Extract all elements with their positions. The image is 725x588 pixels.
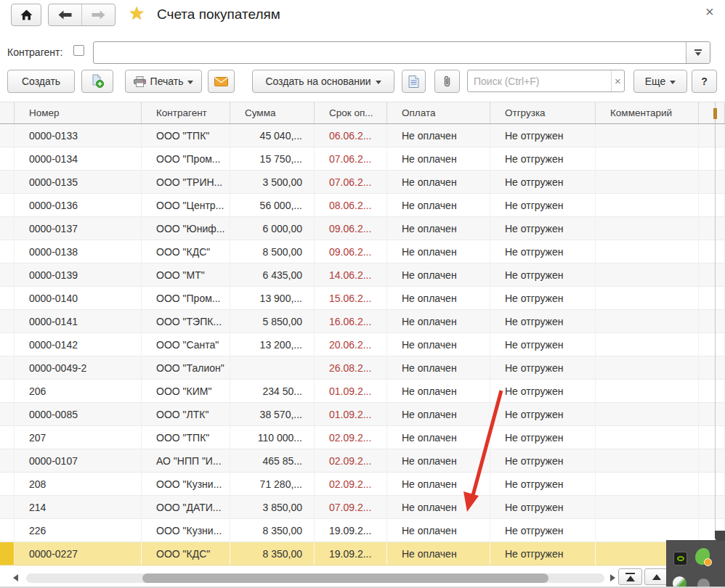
cell-counterparty[interactable]: ООО "Пром... [142, 147, 230, 171]
cell-due[interactable]: 14.06.2... [315, 264, 387, 287]
cell-due[interactable]: 01.09.2... [315, 403, 387, 426]
cell-comment[interactable] [596, 147, 699, 171]
cell-number[interactable]: 214 [15, 496, 142, 519]
cell-comment[interactable] [596, 496, 699, 519]
cell-shipment[interactable]: Не отгружен [490, 380, 596, 403]
row-marker-cell[interactable] [0, 403, 15, 426]
cell-shipment[interactable]: Не отгружен [490, 473, 596, 496]
cell-number[interactable]: 0000-0136 [15, 194, 142, 217]
cell-payment[interactable]: Не оплачен [387, 287, 490, 310]
cell-comment[interactable] [596, 356, 699, 380]
cell-due[interactable]: 01.09.2... [315, 380, 387, 403]
close-icon[interactable]: × [705, 4, 714, 20]
cell-comment[interactable] [596, 240, 699, 264]
table-row[interactable]: 0000-0107АО "НПП "И...465 85...02.09.2..… [0, 449, 725, 473]
cell-counterparty[interactable]: ООО "ТПК" [142, 426, 230, 449]
cell-due[interactable]: 06.06.2... [315, 124, 387, 147]
cell-payment[interactable]: Не оплачен [387, 542, 490, 565]
create-button[interactable]: Создать [7, 70, 75, 93]
table-row[interactable]: 207ООО "ТПК"110 000...02.09.2...Не оплач… [0, 426, 725, 449]
cell-counterparty[interactable]: ООО "КДС" [142, 542, 230, 565]
table-row[interactable]: 0000-0137ООО "Юниф...6 000,0009.06.2...Н… [0, 217, 725, 240]
cell-amount[interactable]: 3 500,00 [230, 171, 315, 194]
cell-amount[interactable] [230, 356, 315, 380]
column-header-number[interactable]: Номер [15, 102, 142, 123]
cell-due[interactable]: 02.09.2... [315, 426, 387, 449]
cell-counterparty[interactable]: ООО "ТПК" [142, 124, 230, 147]
cell-counterparty[interactable]: ООО "КИМ" [142, 380, 230, 403]
cell-shipment[interactable]: Не отгружен [490, 240, 596, 264]
cell-shipment[interactable]: Не отгружен [490, 426, 596, 449]
row-marker-cell[interactable] [0, 449, 15, 473]
cell-payment[interactable]: Не оплачен [387, 519, 490, 542]
cell-shipment[interactable]: Не отгружен [490, 333, 596, 356]
cell-amount[interactable]: 3 850,00 [230, 496, 315, 519]
cell-due[interactable]: 02.09.2... [315, 473, 387, 496]
cell-number[interactable]: 0000-0139 [15, 264, 142, 287]
table-row[interactable]: 0000-0133ООО "ТПК"45 040,...06.06.2...Не… [0, 124, 725, 147]
print-button[interactable]: Печать [125, 70, 202, 93]
cell-shipment[interactable]: Не отгружен [490, 287, 596, 310]
cell-due[interactable]: 19.09.2... [315, 519, 387, 542]
home-button[interactable] [11, 4, 41, 26]
cell-shipment[interactable]: Не отгружен [490, 194, 596, 217]
search-clear-icon[interactable]: × [611, 70, 624, 91]
row-marker-cell[interactable] [0, 217, 15, 240]
cell-payment[interactable]: Не оплачен [387, 473, 490, 496]
row-marker-cell[interactable] [0, 519, 15, 542]
column-header-amount[interactable]: Сумма [230, 102, 315, 123]
cell-due[interactable]: 09.06.2... [315, 240, 387, 264]
more-button[interactable]: Еще [633, 70, 687, 93]
cell-amount[interactable]: 6 000,00 [230, 217, 315, 240]
cell-payment[interactable]: Не оплачен [387, 426, 490, 449]
counterparty-input[interactable] [94, 42, 686, 63]
cell-number[interactable]: 208 [15, 473, 142, 496]
cell-counterparty[interactable]: ООО "Талион" [142, 356, 230, 380]
cell-number[interactable]: 226 [15, 519, 142, 542]
row-marker-cell[interactable] [0, 380, 15, 403]
table-row[interactable]: 0000-0135ООО "ТРИН...3 500,0007.06.2...Н… [0, 171, 725, 194]
table-row[interactable]: 0000-0049-2ООО "Талион"26.08.2...Не опла… [0, 356, 725, 380]
counterparty-dropdown-button[interactable] [686, 42, 710, 63]
cell-counterparty[interactable]: ООО "Пром... [142, 287, 230, 310]
cell-number[interactable]: 0000-0134 [15, 147, 142, 171]
cell-due[interactable]: 15.06.2... [315, 287, 387, 310]
cell-amount[interactable]: 56 000,... [230, 194, 315, 217]
cell-comment[interactable] [596, 264, 699, 287]
cell-amount[interactable]: 110 000... [230, 426, 315, 449]
cell-number[interactable]: 0000-0142 [15, 333, 142, 356]
cell-counterparty[interactable]: ООО "КДС" [142, 240, 230, 264]
cell-amount[interactable]: 13 200,... [230, 333, 315, 356]
cell-payment[interactable]: Не оплачен [387, 356, 490, 380]
cell-comment[interactable] [596, 519, 699, 542]
cell-payment[interactable]: Не оплачен [387, 240, 490, 264]
cell-shipment[interactable]: Не отгружен [490, 147, 596, 171]
create-based-button[interactable]: Создать на основании [252, 70, 394, 93]
cell-shipment[interactable]: Не отгружен [490, 542, 596, 565]
cell-counterparty[interactable]: ООО "Кузни... [142, 519, 230, 542]
cell-comment[interactable] [596, 333, 699, 356]
cell-payment[interactable]: Не оплачен [387, 449, 490, 473]
cell-amount[interactable]: 5 850,00 [230, 310, 315, 333]
column-header-shipment[interactable]: Отгрузка [490, 102, 596, 123]
attachments-button[interactable] [434, 70, 460, 93]
cell-number[interactable]: 0000-0137 [15, 217, 142, 240]
search-input[interactable] [468, 75, 611, 87]
cell-payment[interactable]: Не оплачен [387, 333, 490, 356]
cell-shipment[interactable]: Не отгружен [490, 449, 596, 473]
cell-number[interactable]: 0000-0135 [15, 171, 142, 194]
cell-shipment[interactable]: Не отгружен [490, 124, 596, 147]
cell-counterparty[interactable]: ООО "Санта" [142, 333, 230, 356]
row-marker-cell[interactable] [0, 496, 15, 519]
cell-amount[interactable]: 71 280,... [230, 473, 315, 496]
row-marker-cell[interactable] [0, 473, 15, 496]
table-row[interactable]: 0000-0141ООО "ТЭПК...5 850,0016.06.2...Н… [0, 310, 725, 333]
cell-comment[interactable] [596, 426, 699, 449]
cell-number[interactable]: 0000-0141 [15, 310, 142, 333]
cell-counterparty[interactable]: ООО "Юниф... [142, 217, 230, 240]
cell-due[interactable]: 07.06.2... [315, 147, 387, 171]
cell-counterparty[interactable]: ООО "ТРИН... [142, 171, 230, 194]
column-header-payment[interactable]: Оплата [387, 102, 490, 123]
column-header-comment[interactable]: Комментарий [596, 102, 699, 123]
table-row[interactable]: 208ООО "Кузни...71 280,...02.09.2...Не о… [0, 473, 725, 496]
